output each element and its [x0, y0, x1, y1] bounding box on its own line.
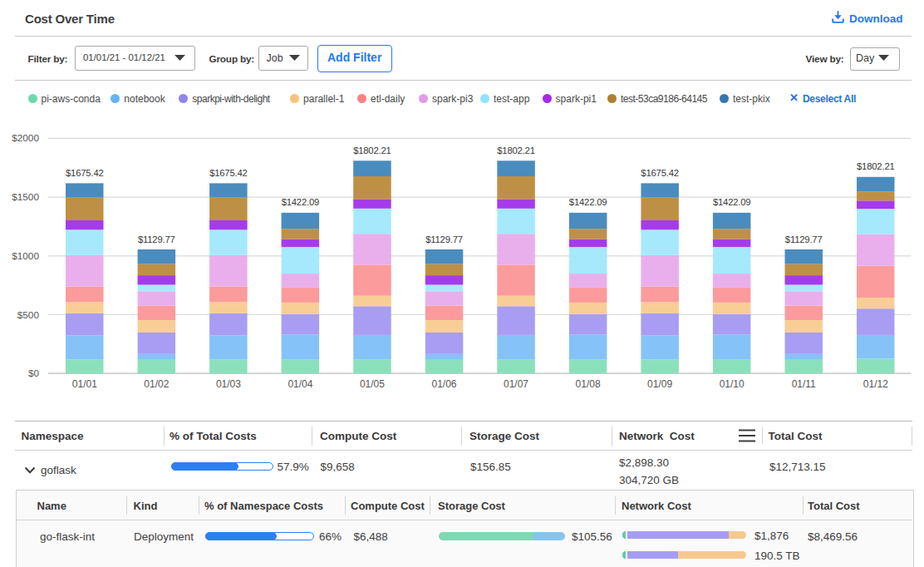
svg-text:$1675.42: $1675.42 — [66, 168, 104, 178]
svg-text:$1500: $1500 — [12, 191, 39, 203]
svg-text:01/03: 01/03 — [216, 378, 241, 390]
svg-text:$2000: $2000 — [12, 132, 39, 144]
svg-text:$1675.42: $1675.42 — [209, 168, 248, 178]
svg-text:01/12: 01/12 — [863, 378, 888, 390]
svg-text:01/09: 01/09 — [647, 378, 672, 390]
svg-text:$500: $500 — [17, 309, 40, 321]
svg-text:01/04: 01/04 — [288, 378, 312, 390]
svg-text:$1422.09: $1422.09 — [282, 197, 320, 207]
svg-text:$1802.21: $1802.21 — [497, 145, 535, 155]
svg-text:$1675.42: $1675.42 — [641, 168, 679, 178]
svg-text:$1802.21: $1802.21 — [857, 161, 895, 171]
svg-text:$1129.77: $1129.77 — [138, 234, 175, 244]
svg-text:01/10: 01/10 — [720, 378, 745, 390]
svg-text:01/05: 01/05 — [360, 378, 385, 390]
svg-text:01/08: 01/08 — [576, 378, 601, 390]
svg-text:$0: $0 — [28, 367, 40, 379]
svg-text:$1129.77: $1129.77 — [425, 234, 463, 244]
svg-text:$1802.21: $1802.21 — [353, 145, 391, 155]
svg-text:01/02: 01/02 — [144, 378, 169, 390]
svg-text:01/11: 01/11 — [792, 378, 816, 390]
svg-text:01/07: 01/07 — [504, 378, 528, 390]
svg-text:$1000: $1000 — [12, 250, 39, 262]
svg-text:01/06: 01/06 — [431, 378, 456, 390]
svg-text:$1129.77: $1129.77 — [785, 234, 823, 244]
svg-text:$1422.09: $1422.09 — [569, 197, 607, 207]
svg-text:$1422.09: $1422.09 — [713, 197, 751, 207]
svg-text:01/01: 01/01 — [72, 378, 97, 390]
